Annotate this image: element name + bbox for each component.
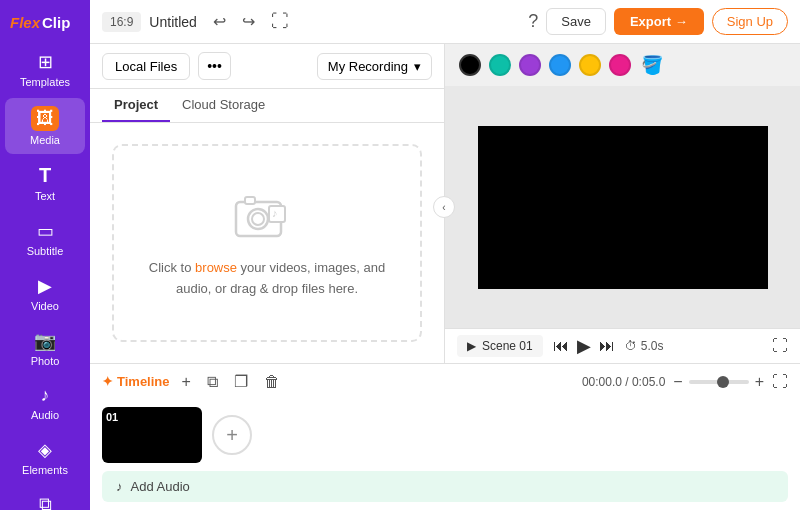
recording-label: My Recording [328,59,408,74]
content-area: Local Files ••• My Recording ▾ Project C… [90,44,800,363]
tab-cloud-storage[interactable]: Cloud Storage [170,89,277,122]
sidebar-item-label: Subtitle [27,245,64,257]
redo-button[interactable]: ↪ [238,8,259,35]
video-icon: ▶ [38,275,52,297]
sidebar-item-text[interactable]: T Text [5,156,85,210]
save-button[interactable]: Save [546,8,606,35]
timeline-expand-button[interactable]: ⛶ [772,373,788,391]
sidebar-item-subtitle[interactable]: ▭ Subtitle [5,212,85,265]
scene-number: 01 [106,411,118,423]
timeline-copy-button[interactable]: ⧉ [203,371,222,393]
audio-icon: ♪ [41,385,50,406]
timeline-time: 00:00.0 / 0:05.0 [582,375,665,389]
main-area: 16:9 Untitled ↩ ↪ ⛶ ? Save Export → Sign… [90,0,800,510]
color-purple[interactable] [519,54,541,76]
sidebar-item-label: Elements [22,464,68,476]
fullscreen-button[interactable]: ⛶ [267,7,293,36]
add-scene-button[interactable]: + [212,415,252,455]
bottom-area: ✦ Timeline + ⧉ ❐ 🗑 00:00.0 / 0:05.0 − + … [90,363,800,510]
text-icon: T [39,164,51,187]
timeline-delete-button[interactable]: 🗑 [260,371,284,393]
scene-play-icon: ▶ [467,339,476,353]
tab-project[interactable]: Project [102,89,170,122]
color-blue[interactable] [549,54,571,76]
left-panel: Local Files ••• My Recording ▾ Project C… [90,44,445,363]
svg-text:♪: ♪ [272,207,278,219]
color-palette: 🪣 [445,44,800,86]
zoom-out-button[interactable]: − [673,373,682,391]
sidebar-item-templates[interactable]: ⊞ Templates [5,43,85,96]
playback-bar: ▶ Scene 01 ⏮ ▶ ⏭ ⏱ 5.0s ⛶ [445,328,800,363]
sidebar-item-label: Text [35,190,55,202]
tab-bar: Project Cloud Storage [90,89,444,123]
zoom-in-button[interactable]: + [755,373,764,391]
timeline-duplicate-button[interactable]: ❐ [230,370,252,393]
fill-bucket-icon[interactable]: 🪣 [641,54,663,76]
svg-rect-3 [245,197,255,204]
my-recording-button[interactable]: My Recording ▾ [317,53,432,80]
color-black[interactable] [459,54,481,76]
sidebar-item-photo[interactable]: 📷 Photo [5,322,85,375]
signup-button[interactable]: Sign Up [712,8,788,35]
preview-area: ‹ [445,86,800,328]
zoom-controls: − + [673,373,764,391]
sidebar-item-video[interactable]: ▶ Video [5,267,85,320]
sidebar-item-audio[interactable]: ♪ Audio [5,377,85,429]
export-button[interactable]: Export → [614,8,704,35]
project-title[interactable]: Untitled [149,14,196,30]
collapse-handle[interactable]: ‹ [433,196,455,218]
upload-text: Click to browse your videos, images, and… [134,258,400,300]
preview-canvas [478,126,768,289]
app-logo: FlexClip [0,8,90,41]
color-teal[interactable] [489,54,511,76]
more-button[interactable]: ••• [198,52,231,80]
upload-area: ♪ Click to browse your videos, images, a… [90,123,444,363]
skip-back-button[interactable]: ⏮ [553,337,569,355]
play-controls: ⏮ ▶ ⏭ [553,335,615,357]
time-value: 5.0s [641,339,664,353]
video-track: 01 + [90,399,800,471]
zoom-slider[interactable] [689,380,749,384]
audio-track[interactable]: ♪ Add Audio [102,471,788,502]
preview-fullscreen-button[interactable]: ⛶ [772,337,788,355]
sidebar-item-label: Video [31,300,59,312]
scene-thumbnail[interactable]: 01 [102,407,202,463]
photo-icon: 📷 [34,330,56,352]
topbar: 16:9 Untitled ↩ ↪ ⛶ ? Save Export → Sign… [90,0,800,44]
aspect-ratio-badge[interactable]: 16:9 [102,12,141,32]
panel-toolbar: Local Files ••• My Recording ▾ [90,44,444,89]
elements-icon: ◈ [38,439,52,461]
sidebar-item-label: Media [30,134,60,146]
sidebar-item-elements[interactable]: ◈ Elements [5,431,85,484]
local-files-label: Local Files [115,59,177,74]
play-button[interactable]: ▶ [577,335,591,357]
scene-label: Scene 01 [482,339,533,353]
export-label: Export → [630,14,688,29]
help-button[interactable]: ? [528,11,538,32]
overlays-icon: ⧉ [39,494,52,510]
scene-badge[interactable]: ▶ Scene 01 [457,335,543,357]
sidebar-item-label: Audio [31,409,59,421]
upload-box[interactable]: ♪ Click to browse your videos, images, a… [112,144,422,342]
sidebar-item-label: Photo [31,355,60,367]
timeline-bar: ✦ Timeline + ⧉ ❐ 🗑 00:00.0 / 0:05.0 − + … [90,363,800,399]
timeline-label: ✦ Timeline [102,374,170,389]
color-yellow[interactable] [579,54,601,76]
clock-icon: ⏱ [625,339,637,353]
sidebar-item-overlays[interactable]: ⧉ Overlays [5,486,85,510]
color-pink[interactable] [609,54,631,76]
browse-link[interactable]: browse [195,260,237,275]
timeline-tracks: 01 + ♪ Add Audio [90,399,800,510]
undo-button[interactable]: ↩ [209,8,230,35]
local-files-button[interactable]: Local Files [102,53,190,80]
audio-track-icon: ♪ [116,479,123,494]
sidebar-item-media[interactable]: 🖼 Media [5,98,85,154]
audio-track-label: Add Audio [131,479,190,494]
svg-point-2 [252,213,264,225]
skip-forward-button[interactable]: ⏭ [599,337,615,355]
sidebar-item-label: Templates [20,76,70,88]
zoom-thumb [717,376,729,388]
upload-icon: ♪ [231,186,303,246]
subtitle-icon: ▭ [37,220,54,242]
timeline-add-button[interactable]: + [178,371,195,393]
